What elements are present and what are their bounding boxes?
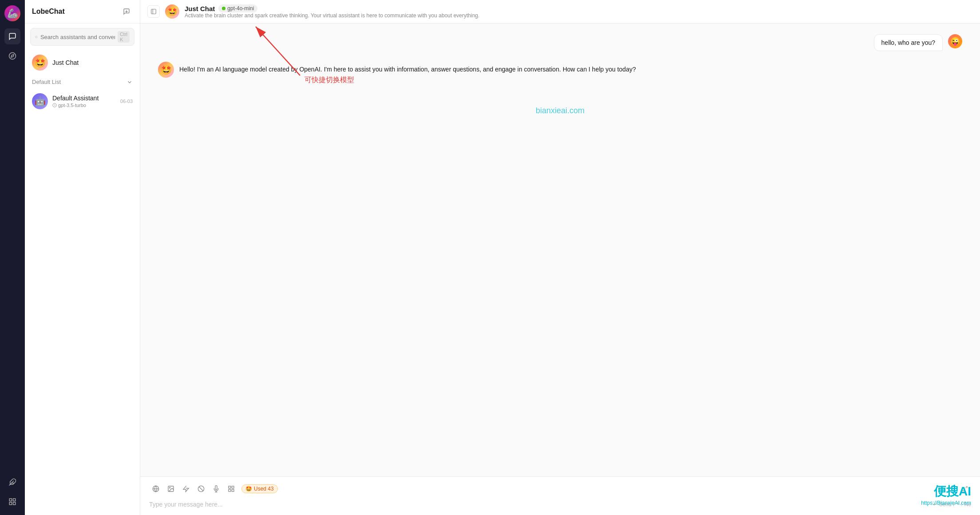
app-logo[interactable]: 🦾 <box>4 5 20 21</box>
ai-message: 🤩 Hello! I'm an AI language model create… <box>158 62 962 78</box>
svg-rect-25 <box>232 486 234 488</box>
svg-rect-6 <box>9 503 12 505</box>
nav-settings-icon[interactable] <box>4 494 20 510</box>
nav-discover-icon[interactable] <box>4 48 20 64</box>
message-input[interactable] <box>149 499 929 510</box>
new-chat-button[interactable] <box>120 5 133 18</box>
svg-rect-26 <box>229 489 231 491</box>
bianxie-url: https://BianxieAI.com <box>921 500 971 506</box>
globe-tool-button[interactable] <box>149 482 162 495</box>
ai-avatar: 🤩 <box>158 62 174 78</box>
watermark-text: bianxieai.com <box>158 88 962 133</box>
stop-button[interactable] <box>194 482 208 495</box>
sidebar-header: LobeChat <box>25 0 140 24</box>
chat-description: Activate the brain cluster and spark cre… <box>185 12 479 19</box>
mic-button[interactable] <box>209 482 223 495</box>
model-status-dot <box>222 7 225 10</box>
conv-avatar: 🤖 <box>32 93 48 109</box>
bianxie-large-text: 便搜AI <box>921 483 971 500</box>
chat-messages: hello, who are you? 😜 🤩 Hello! I'm an AI… <box>140 24 980 476</box>
user-avatar: 😜 <box>948 34 962 48</box>
used-badge[interactable]: 🤩 Used 43 <box>241 484 278 493</box>
nav-chat-icon[interactable] <box>4 28 20 44</box>
just-chat-label: Just Chat <box>52 59 79 66</box>
just-chat-item[interactable]: 🤩 Just Chat <box>25 50 140 75</box>
chat-header: 🤩 Just Chat gpt-4o-mini Activate the bra… <box>140 0 980 24</box>
conv-date: 06-03 <box>120 99 133 104</box>
conv-name: Default Assistant <box>52 95 116 102</box>
image-tool-button[interactable] <box>164 482 178 495</box>
svg-line-21 <box>199 487 203 491</box>
model-icon <box>52 103 57 107</box>
grid-button[interactable] <box>225 482 238 495</box>
app-title: LobeChat <box>32 8 65 16</box>
main-chat: 🤩 Just Chat gpt-4o-mini Activate the bra… <box>140 0 980 515</box>
nav-sidebar: 🦾 <box>0 0 25 515</box>
sidebar-toggle-button[interactable] <box>147 5 160 18</box>
used-emoji: 🤩 <box>245 486 252 492</box>
sidebar: LobeChat Ctrl K 🤩 Just Chat Default List… <box>25 0 140 515</box>
svg-marker-1 <box>11 55 14 57</box>
model-badge[interactable]: gpt-4o-mini <box>218 4 257 12</box>
used-label: Used 43 <box>254 486 274 492</box>
search-icon <box>35 34 38 40</box>
input-toolbar: 🤩 Used 43 <box>149 482 971 495</box>
search-bar[interactable]: Ctrl K <box>30 28 134 46</box>
chevron-down-icon <box>126 79 133 85</box>
svg-point-19 <box>170 487 170 488</box>
svg-rect-4 <box>9 499 12 501</box>
svg-point-0 <box>9 53 16 59</box>
chat-title: Just Chat <box>185 5 215 12</box>
model-name: gpt-4o-mini <box>227 5 254 12</box>
conv-info: Default Assistant gpt-3.5-turbo <box>52 95 116 108</box>
search-input[interactable] <box>40 34 115 40</box>
svg-point-10 <box>36 36 37 38</box>
header-info: Just Chat gpt-4o-mini Activate the brain… <box>185 4 479 19</box>
svg-line-11 <box>37 37 37 38</box>
conversation-item[interactable]: 🤖 Default Assistant gpt-3.5-turbo 06-03 <box>25 89 140 114</box>
svg-rect-5 <box>13 499 16 501</box>
conv-model: gpt-3.5-turbo <box>52 103 116 108</box>
chat-input-area: 🤩 Used 43 ↵ Send / ^ ↑ Ne <box>140 476 980 515</box>
default-list-header[interactable]: Default List <box>25 75 140 89</box>
just-chat-avatar: 🤩 <box>32 55 48 71</box>
search-shortcut: Ctrl K <box>118 31 130 43</box>
user-message: hello, who are you? 😜 <box>158 34 962 51</box>
ai-bubble: Hello! I'm an AI language model created … <box>179 62 636 74</box>
svg-rect-27 <box>232 489 234 491</box>
chat-input-row: ↵ Send / ^ ↑ Ne <box>149 499 971 510</box>
svg-rect-24 <box>229 486 231 488</box>
tool-button[interactable] <box>179 482 193 495</box>
svg-rect-7 <box>13 503 16 505</box>
header-avatar: 🤩 <box>165 4 179 19</box>
default-list-label: Default List <box>32 79 61 85</box>
user-bubble: hello, who are you? <box>874 34 943 51</box>
nav-plugin-icon[interactable] <box>4 474 20 490</box>
bottom-watermark: 便搜AI https://BianxieAI.com <box>921 483 971 506</box>
svg-rect-13 <box>151 9 156 14</box>
